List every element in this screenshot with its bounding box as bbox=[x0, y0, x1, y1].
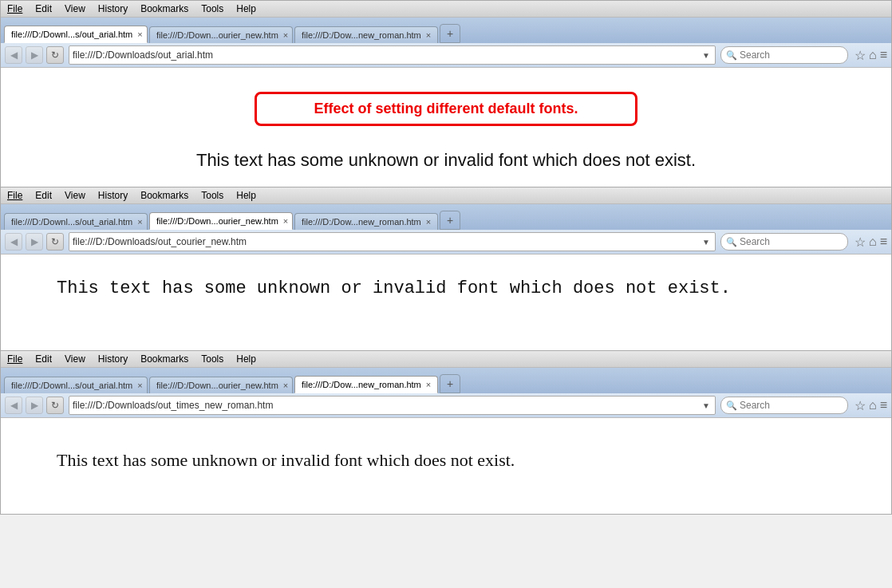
new-tab-button-2[interactable]: + bbox=[440, 211, 460, 230]
close-icon[interactable]: × bbox=[282, 216, 290, 226]
forward-button-2[interactable]: ▶ bbox=[26, 233, 43, 251]
menu-view-3[interactable]: View bbox=[63, 353, 87, 365]
new-tab-button-1[interactable]: + bbox=[440, 24, 460, 43]
address-dropdown-icon[interactable]: ▼ bbox=[701, 401, 712, 410]
title-box: Effect of setting different default font… bbox=[255, 92, 637, 126]
menu-tools-3[interactable]: Tools bbox=[199, 353, 225, 365]
tab-label: file:///D:/Dow...new_roman.htm bbox=[302, 217, 421, 227]
tab-3-arial[interactable]: file:///D:/Downl...s/out_arial.htm × bbox=[4, 377, 148, 393]
close-icon[interactable]: × bbox=[424, 217, 432, 227]
address-input-3[interactable] bbox=[73, 400, 701, 411]
search-input-3[interactable] bbox=[740, 400, 827, 411]
back-button-1[interactable]: ◀ bbox=[5, 46, 22, 64]
home-icon-3[interactable]: ⌂ bbox=[869, 398, 877, 412]
tab-label: file:///D:/Downl...s/out_arial.htm bbox=[11, 217, 132, 227]
close-icon[interactable]: × bbox=[136, 217, 144, 227]
menu-file-3[interactable]: File bbox=[6, 353, 24, 365]
menu-edit-2[interactable]: Edit bbox=[34, 189, 53, 202]
menu-file-2[interactable]: File bbox=[6, 189, 24, 202]
menu-view-1[interactable]: View bbox=[63, 2, 87, 15]
menu-bookmarks-1[interactable]: Bookmarks bbox=[139, 2, 190, 15]
reload-button-1[interactable]: ↻ bbox=[46, 46, 64, 64]
menu-history-3[interactable]: History bbox=[97, 353, 129, 365]
close-icon[interactable]: × bbox=[424, 30, 432, 40]
back-button-2[interactable]: ◀ bbox=[5, 233, 22, 251]
close-icon[interactable]: × bbox=[136, 381, 144, 390]
nav-bar-1: ◀ ▶ ↻ ▼ 🔍 ☆ ⌂ ≡ bbox=[1, 43, 891, 68]
forward-button-1[interactable]: ▶ bbox=[26, 46, 43, 64]
tab-1-courier[interactable]: file:///D:/Down...ourier_new.htm × bbox=[149, 26, 293, 43]
menu-help-3[interactable]: Help bbox=[235, 353, 258, 365]
tab-3-roman[interactable]: file:///D:/Dow...new_roman.htm × bbox=[294, 376, 438, 393]
menu-icon-3[interactable]: ≡ bbox=[880, 398, 887, 412]
content-area-2: This text has some unknown or invalid fo… bbox=[1, 255, 891, 350]
menu-tools-1[interactable]: Tools bbox=[199, 2, 225, 15]
search-input-1[interactable] bbox=[740, 49, 827, 61]
menu-file-1[interactable]: File bbox=[6, 2, 24, 15]
close-icon[interactable]: × bbox=[136, 30, 144, 39]
browser-window-1: File Edit View History Bookmarks Tools H… bbox=[0, 0, 892, 187]
tab-label: file:///D:/Downl...s/out_arial.htm bbox=[11, 30, 132, 39]
close-icon[interactable]: × bbox=[282, 381, 290, 390]
menu-view-2[interactable]: View bbox=[63, 189, 87, 202]
close-icon[interactable]: × bbox=[282, 30, 290, 40]
tab-3-courier[interactable]: file:///D:/Down...ourier_new.htm × bbox=[149, 377, 293, 393]
forward-icon: ▶ bbox=[31, 236, 38, 247]
home-icon-1[interactable]: ⌂ bbox=[869, 48, 877, 62]
new-tab-button-3[interactable]: + bbox=[440, 374, 460, 393]
address-bar-container-2: ▼ bbox=[69, 232, 716, 251]
menu-bar-1: File Edit View History Bookmarks Tools H… bbox=[1, 1, 891, 18]
browser-window-3: File Edit View History Bookmarks Tools H… bbox=[0, 351, 892, 515]
search-container-3: 🔍 bbox=[720, 397, 848, 414]
nav-bar-2: ◀ ▶ ↻ ▼ 🔍 ☆ ⌂ ≡ bbox=[1, 230, 891, 255]
close-icon[interactable]: × bbox=[424, 380, 432, 389]
forward-icon: ▶ bbox=[31, 49, 38, 61]
tab-2-courier[interactable]: file:///D:/Down...ourier_new.htm × bbox=[149, 212, 293, 230]
nav-icons-3: ☆ ⌂ ≡ bbox=[855, 398, 887, 413]
menu-bookmarks-3[interactable]: Bookmarks bbox=[139, 353, 190, 365]
address-bar-container-3: ▼ bbox=[69, 396, 716, 415]
tab-label: file:///D:/Dow...new_roman.htm bbox=[302, 380, 421, 389]
forward-button-3[interactable]: ▶ bbox=[26, 397, 43, 414]
tab-label: file:///D:/Down...ourier_new.htm bbox=[156, 381, 278, 390]
menu-edit-3[interactable]: Edit bbox=[34, 353, 53, 365]
menu-icon-2[interactable]: ≡ bbox=[880, 235, 887, 249]
back-button-3[interactable]: ◀ bbox=[5, 397, 22, 414]
demo-title: Effect of setting different default font… bbox=[314, 101, 578, 117]
nav-bar-3: ◀ ▶ ↻ ▼ 🔍 ☆ ⌂ ≡ bbox=[1, 393, 891, 418]
home-icon-2[interactable]: ⌂ bbox=[869, 235, 877, 249]
body-text-2: This text has some unknown or invalid fo… bbox=[25, 278, 867, 298]
reload-button-2[interactable]: ↻ bbox=[46, 233, 64, 251]
menu-help-2[interactable]: Help bbox=[235, 189, 258, 202]
menu-bookmarks-2[interactable]: Bookmarks bbox=[139, 189, 190, 202]
tab-label: file:///D:/Down...ourier_new.htm bbox=[156, 30, 278, 40]
address-input-1[interactable] bbox=[73, 49, 701, 61]
star-icon-1[interactable]: ☆ bbox=[855, 48, 866, 63]
tab-bar-3: file:///D:/Downl...s/out_arial.htm × fil… bbox=[1, 368, 891, 393]
menu-bar-3: File Edit View History Bookmarks Tools H… bbox=[1, 351, 891, 368]
star-icon-3[interactable]: ☆ bbox=[855, 398, 866, 413]
menu-history-1[interactable]: History bbox=[97, 2, 129, 15]
menu-history-2[interactable]: History bbox=[97, 189, 129, 202]
tab-2-roman[interactable]: file:///D:/Dow...new_roman.htm × bbox=[294, 213, 438, 230]
content-area-1: Effect of setting different default font… bbox=[1, 68, 891, 187]
menu-icon-1[interactable]: ≡ bbox=[880, 48, 887, 62]
menu-edit-1[interactable]: Edit bbox=[34, 2, 53, 15]
star-icon-2[interactable]: ☆ bbox=[855, 235, 866, 250]
address-input-2[interactable] bbox=[73, 236, 701, 247]
reload-icon: ↻ bbox=[51, 49, 59, 61]
tab-1-arial[interactable]: file:///D:/Downl...s/out_arial.htm × bbox=[4, 26, 148, 43]
address-dropdown-icon[interactable]: ▼ bbox=[701, 51, 712, 60]
back-icon: ◀ bbox=[10, 400, 18, 411]
menu-tools-2[interactable]: Tools bbox=[199, 189, 225, 202]
tab-2-arial[interactable]: file:///D:/Downl...s/out_arial.htm × bbox=[4, 213, 148, 230]
content-area-3: This text has some unknown or invalid fo… bbox=[1, 418, 891, 514]
address-dropdown-icon[interactable]: ▼ bbox=[701, 238, 712, 247]
search-input-2[interactable] bbox=[740, 236, 827, 247]
reload-button-3[interactable]: ↻ bbox=[46, 397, 64, 414]
tab-1-roman[interactable]: file:///D:/Dow...new_roman.htm × bbox=[294, 26, 438, 43]
menu-help-1[interactable]: Help bbox=[235, 2, 258, 15]
menu-bar-2: File Edit View History Bookmarks Tools H… bbox=[1, 187, 891, 204]
reload-icon: ↻ bbox=[51, 400, 59, 411]
nav-icons-2: ☆ ⌂ ≡ bbox=[855, 235, 887, 250]
